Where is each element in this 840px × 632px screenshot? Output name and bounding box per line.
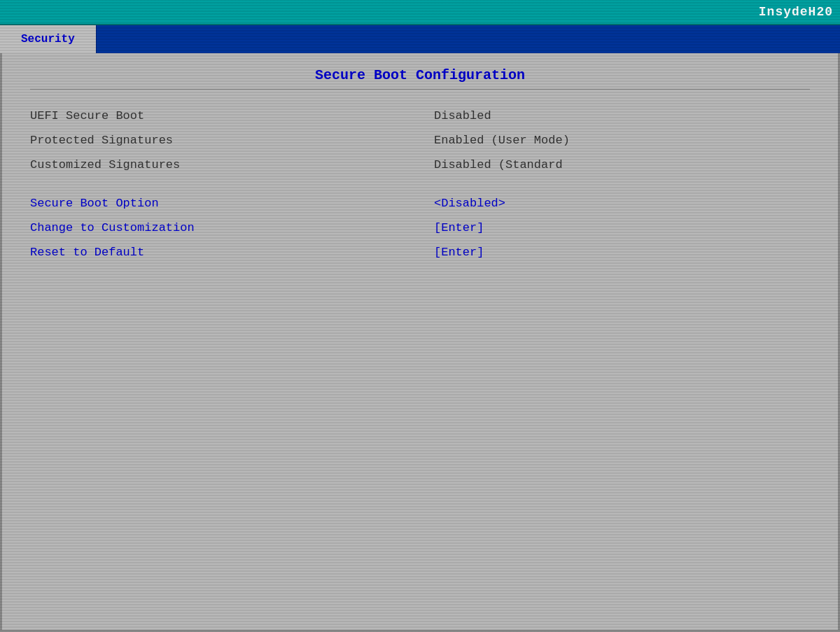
nav-bar: Security [0,25,840,53]
secure-boot-option-label[interactable]: Secure Boot Option [30,191,420,216]
reset-to-default-value[interactable]: [Enter] [420,240,810,265]
uefi-secure-boot-value: Disabled [420,104,810,128]
reset-to-default-label[interactable]: Reset to Default [30,240,420,265]
content-area: Secure Boot Configuration UEFI Secure Bo… [0,53,840,632]
settings-grid: UEFI Secure Boot Disabled Protected Sign… [30,104,810,265]
change-to-customization-label[interactable]: Change to Customization [30,216,420,240]
customized-signatures-value: Disabled (Standard [420,153,810,177]
spacer [30,177,810,191]
protected-signatures-value: Enabled (User Mode) [420,128,810,153]
uefi-secure-boot-label: UEFI Secure Boot [30,104,420,128]
customized-signatures-label: Customized Signatures [30,153,420,177]
tab-security-label: Security [21,33,75,45]
top-bar: InsydeH20 [0,0,840,25]
tab-security[interactable]: Security [0,25,97,53]
change-to-customization-value[interactable]: [Enter] [420,216,810,240]
section-title: Secure Boot Configuration [30,67,810,90]
protected-signatures-label: Protected Signatures [30,128,420,153]
bios-screen: InsydeH20 Security Secure Boot Configura… [0,0,840,632]
brand-label: InsydeH20 [759,5,833,19]
secure-boot-option-value[interactable]: <Disabled> [420,191,810,216]
